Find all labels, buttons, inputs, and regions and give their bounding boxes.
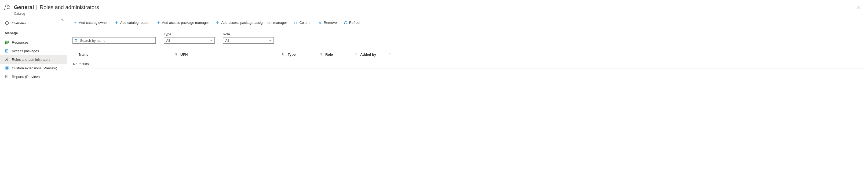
- svg-rect-7: [5, 41, 6, 42]
- svg-point-6: [7, 22, 7, 23]
- sort-icon: [281, 52, 285, 56]
- filter-label: Role: [223, 32, 274, 36]
- button-label: Column: [299, 21, 311, 25]
- filter-label: Type: [164, 32, 215, 36]
- svg-line-44: [76, 41, 77, 42]
- svg-point-1: [8, 6, 9, 7]
- sidebar-item-overview[interactable]: Overview: [0, 19, 67, 27]
- no-results-text: No results: [70, 59, 865, 69]
- column-label: Role: [325, 52, 333, 56]
- button-label: Add catalog reader: [120, 21, 150, 25]
- refresh-icon: [343, 21, 348, 25]
- column-label: UPN: [180, 52, 188, 56]
- svg-rect-17: [6, 51, 8, 51]
- breadcrumb: Catalog: [14, 12, 855, 15]
- custom-extensions-icon: [5, 66, 9, 70]
- plus-icon: [215, 21, 220, 25]
- sidebar-item-roles-admins[interactable]: Roles and administrators: [0, 55, 67, 64]
- svg-rect-8: [6, 41, 7, 42]
- plus-icon: [73, 21, 77, 25]
- grid-header: Name UPN Type: [70, 49, 865, 59]
- select-value: All: [166, 39, 170, 43]
- type-select[interactable]: All: [164, 37, 215, 44]
- plus-icon: [156, 21, 160, 25]
- column-label: Type: [288, 52, 296, 56]
- sidebar-item-label: Reports (Preview): [12, 75, 40, 79]
- access-packages-icon: [5, 49, 9, 53]
- blade-header: General | Roles and administrators ··· C…: [0, 0, 868, 16]
- page-subtitle: Roles and administrators: [40, 4, 99, 10]
- sort-icon: [354, 52, 358, 56]
- title-separator: |: [36, 4, 37, 10]
- columns-icon: [293, 21, 298, 25]
- sidebar-item-reports[interactable]: Reports (Preview): [0, 72, 67, 81]
- resources-icon: [5, 40, 9, 44]
- roles-admins-icon: [3, 4, 11, 12]
- sort-icon: [389, 52, 393, 56]
- svg-rect-11: [6, 42, 7, 43]
- column-label: Added by: [360, 52, 376, 56]
- svg-rect-13: [5, 43, 6, 44]
- svg-rect-14: [6, 43, 7, 44]
- add-access-package-assignment-manager-button[interactable]: Add access package assignment manager: [215, 18, 287, 27]
- refresh-button[interactable]: Refresh: [343, 18, 362, 27]
- reports-icon: [5, 74, 9, 79]
- sidebar: Overview Manage Resources: [0, 16, 67, 81]
- button-label: Add catalog owner: [79, 21, 108, 25]
- remove-button[interactable]: Remove: [317, 18, 337, 27]
- sidebar-item-label: Roles and administrators: [12, 57, 51, 62]
- sidebar-item-resources[interactable]: Resources: [0, 38, 67, 47]
- svg-rect-9: [8, 41, 9, 42]
- more-button[interactable]: ···: [103, 4, 111, 12]
- column-header-upn[interactable]: UPN: [180, 52, 288, 56]
- button-label: Refresh: [349, 21, 362, 25]
- search-input[interactable]: [80, 38, 154, 43]
- column-header-name[interactable]: Name: [70, 52, 180, 56]
- main-content: Add catalog owner Add catalog reader Add…: [67, 16, 868, 81]
- svg-rect-22: [6, 67, 7, 69]
- svg-point-20: [7, 58, 8, 60]
- chevron-down-icon: [209, 39, 212, 42]
- svg-rect-10: [5, 42, 6, 43]
- chevron-down-icon: [269, 39, 271, 42]
- column-header-added-by[interactable]: Added by: [360, 52, 395, 56]
- results-grid: Name UPN Type: [70, 49, 865, 69]
- column-button[interactable]: Column: [293, 18, 312, 27]
- sidebar-item-label: Custom extensions (Preview): [12, 66, 57, 70]
- grid-body: No results: [70, 59, 865, 69]
- button-label: Remove: [324, 21, 337, 25]
- role-filter: Role All: [223, 32, 274, 44]
- search-icon: [74, 39, 78, 42]
- filter-bar: Type All Role All: [70, 27, 865, 44]
- roles-icon: [5, 57, 9, 62]
- sidebar-section-manage: Manage: [0, 27, 62, 37]
- svg-point-43: [75, 39, 77, 41]
- column-header-type[interactable]: Type: [288, 52, 325, 56]
- select-value: All: [225, 39, 229, 43]
- role-select[interactable]: All: [223, 37, 274, 44]
- column-label: Name: [79, 52, 88, 56]
- sidebar-item-custom-extensions[interactable]: Custom extensions (Preview): [0, 64, 67, 72]
- command-bar: Add catalog owner Add catalog reader Add…: [70, 16, 865, 27]
- svg-rect-16: [6, 50, 8, 51]
- info-icon: [5, 21, 9, 25]
- sort-icon: [174, 52, 178, 56]
- column-header-role[interactable]: Role: [325, 52, 360, 56]
- search-input-wrapper[interactable]: [72, 37, 156, 44]
- svg-point-19: [6, 58, 7, 59]
- sidebar-item-label: Access packages: [12, 49, 39, 53]
- sidebar-item-label: Overview: [12, 21, 26, 25]
- remove-icon: [318, 21, 322, 25]
- sort-icon: [319, 52, 322, 56]
- sidebar-item-access-packages[interactable]: Access packages: [0, 47, 67, 55]
- type-filter: Type All: [164, 32, 215, 44]
- button-label: Add access package manager: [162, 21, 209, 25]
- page-title: General: [14, 4, 34, 10]
- add-catalog-reader-button[interactable]: Add catalog reader: [114, 18, 150, 27]
- collapse-sidebar-button[interactable]: [60, 17, 65, 23]
- plus-icon: [114, 21, 119, 25]
- close-button[interactable]: [855, 4, 863, 11]
- add-catalog-owner-button[interactable]: Add catalog owner: [72, 18, 108, 27]
- add-access-package-manager-button[interactable]: Add access package manager: [156, 18, 210, 27]
- button-label: Add access package assignment manager: [221, 21, 287, 25]
